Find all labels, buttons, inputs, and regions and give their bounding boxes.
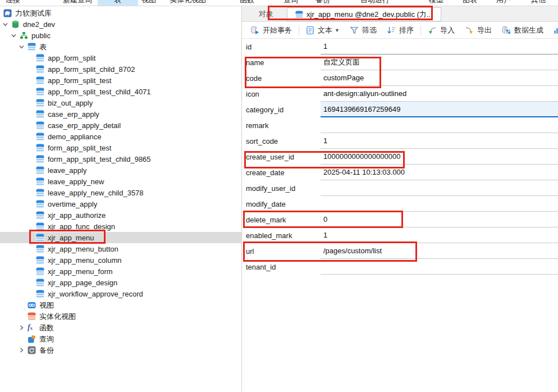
- tree-label: xjr_app_menu: [48, 234, 94, 242]
- tree-item-table[interactable]: xjr_app_menu_form: [0, 266, 241, 277]
- chevron-down-icon[interactable]: [19, 43, 28, 51]
- menu-table[interactable]: 表: [114, 0, 121, 5]
- field-value[interactable]: [321, 180, 558, 196]
- field-value[interactable]: 1: [321, 39, 558, 54]
- import-button[interactable]: 导入: [423, 23, 460, 38]
- tree-item-tables-folder[interactable]: 表: [0, 41, 241, 52]
- tree-item-table-selected[interactable]: xjr_app_menu: [0, 232, 241, 243]
- field-row-modify-date: modify_date: [242, 196, 558, 212]
- field-row-remark: remark: [242, 117, 558, 133]
- tree-item-table[interactable]: app_form_split_test: [0, 75, 241, 86]
- tree-item-database[interactable]: dne2_dev: [0, 19, 241, 30]
- chevron-down-icon[interactable]: ▼: [335, 28, 340, 33]
- tree-item-table[interactable]: app_form_split_child_8702: [0, 63, 241, 75]
- field-row-name: name自定义页面: [242, 54, 558, 70]
- tree-label: xjr_app_menu_column: [48, 256, 122, 265]
- menu-materialized-view[interactable]: 实体化视图: [170, 0, 206, 5]
- table-icon: [36, 99, 44, 107]
- menu-view[interactable]: 视图: [141, 0, 156, 5]
- tree-item-functions[interactable]: fx 函数: [0, 322, 241, 333]
- chevron-spacer: [19, 335, 28, 343]
- field-value[interactable]: [321, 117, 558, 133]
- field-value[interactable]: 0: [321, 212, 558, 227]
- tree-item-table[interactable]: case_erp_apply: [0, 108, 241, 120]
- chevron-right-icon[interactable]: [19, 346, 28, 354]
- export-label: 导出: [477, 25, 492, 35]
- tree-item-table[interactable]: xjr_app_authorize: [0, 209, 241, 221]
- tree-item-materialized-views[interactable]: 实体化视图: [0, 311, 241, 322]
- tab-active-table[interactable]: xjr_app_menu @dne2_dev.public (力...: [287, 7, 441, 21]
- field-value[interactable]: ant-design:aliyun-outlined: [321, 86, 558, 102]
- field-name: code: [242, 70, 321, 86]
- field-value[interactable]: customPage: [321, 70, 558, 86]
- begin-transaction-label: 开始事务: [263, 25, 292, 35]
- tree-item-table[interactable]: xjr_app_menu_column: [0, 254, 241, 266]
- tree-item-connection[interactable]: 力软测试库: [0, 7, 241, 19]
- field-value[interactable]: 1: [321, 227, 558, 243]
- tree-label: xjr_workflow_approve_record: [48, 290, 143, 298]
- menu-new-query[interactable]: 新建查询: [63, 0, 92, 5]
- menu-user[interactable]: 用户: [496, 0, 511, 5]
- field-value-focused[interactable]: 1694139669167259649: [321, 102, 558, 117]
- view-icon: [28, 301, 36, 309]
- tree-item-table[interactable]: biz_out_apply: [0, 97, 241, 108]
- tree-item-schema[interactable]: public: [0, 30, 241, 41]
- tree-label: case_erp_apply: [48, 110, 99, 118]
- tree-label: leave_apply: [48, 166, 86, 175]
- chevron-right-icon[interactable]: [19, 323, 28, 331]
- menu-connection[interactable]: 连接: [6, 0, 20, 5]
- tree-item-table[interactable]: xjr_app_menu_button: [0, 243, 241, 254]
- tree-item-backups[interactable]: 备份: [0, 344, 241, 355]
- menu-query[interactable]: 查询: [283, 0, 298, 5]
- field-row-tenant-id: tenant_id: [242, 259, 558, 275]
- filter-label: 筛选: [362, 25, 377, 35]
- menu-model[interactable]: 模型: [429, 0, 443, 5]
- tree-item-table[interactable]: leave_apply: [0, 165, 241, 176]
- filter-icon: [350, 26, 359, 35]
- tab-objects[interactable]: 对象: [251, 6, 281, 21]
- menu-chart[interactable]: 图表: [463, 0, 477, 5]
- tree-item-table[interactable]: xjr_workflow_approve_record: [0, 288, 241, 299]
- tree-item-table[interactable]: xjr_app_page_design: [0, 277, 241, 288]
- tree-item-table[interactable]: form_app_split_test_child_9865: [0, 153, 241, 165]
- tree-item-table[interactable]: overtime_apply: [0, 198, 241, 209]
- tree-label: app_form_split_child_8702: [48, 65, 135, 74]
- export-button[interactable]: 导出: [460, 23, 497, 38]
- field-value[interactable]: /pages/custom/list: [321, 243, 558, 259]
- tree-label: 表: [39, 43, 47, 51]
- filter-button[interactable]: 筛选: [345, 23, 382, 38]
- menu-function[interactable]: 函数: [240, 0, 254, 5]
- chevron-down-icon[interactable]: [11, 31, 20, 39]
- tree-item-table[interactable]: form_app_split_test: [0, 142, 241, 153]
- field-value[interactable]: 1000000000000000000: [321, 149, 558, 165]
- field-value[interactable]: 2025-04-11 10:13:03.000: [321, 165, 558, 180]
- begin-transaction-button[interactable]: 开始事务: [245, 23, 297, 38]
- tree-item-views[interactable]: 视图: [0, 299, 241, 311]
- tree-item-table[interactable]: xjr_app_func_design: [0, 221, 241, 232]
- tree-item-queries[interactable]: 查询: [0, 333, 241, 344]
- field-value[interactable]: 自定义页面: [321, 54, 558, 70]
- table-icon: [36, 290, 44, 298]
- tree-item-table[interactable]: app_form_split_test_child_4071: [0, 86, 241, 97]
- tree-label: demo_appliance: [48, 133, 101, 141]
- menu-backup[interactable]: 备份: [315, 0, 330, 5]
- chevron-down-icon[interactable]: [2, 20, 11, 28]
- field-value[interactable]: [321, 196, 558, 212]
- menu-automation[interactable]: 自动运行: [360, 0, 390, 5]
- sort-button[interactable]: 排序: [382, 23, 419, 38]
- text-mode-button[interactable]: 文本 ▼: [301, 23, 345, 38]
- table-icon: [36, 88, 44, 96]
- field-row-id: id1: [242, 39, 558, 54]
- menu-other[interactable]: 其他: [531, 0, 546, 5]
- field-value[interactable]: [321, 259, 558, 275]
- create-chart-button[interactable]: 创建图表: [548, 23, 558, 38]
- tree-item-table[interactable]: app_form_split: [0, 52, 241, 63]
- tree-item-table[interactable]: case_erp_apply_detail: [0, 120, 241, 131]
- tree-item-table[interactable]: leave_apply_new_child_3578: [0, 187, 241, 198]
- field-name: remark: [242, 117, 321, 133]
- tree-item-table[interactable]: leave_apply_new: [0, 176, 241, 187]
- tree-item-table[interactable]: demo_appliance: [0, 131, 241, 142]
- field-row-sort-code: sort_code1: [242, 133, 558, 149]
- field-value[interactable]: 1: [321, 133, 558, 149]
- data-generation-button[interactable]: 数据生成: [497, 23, 548, 38]
